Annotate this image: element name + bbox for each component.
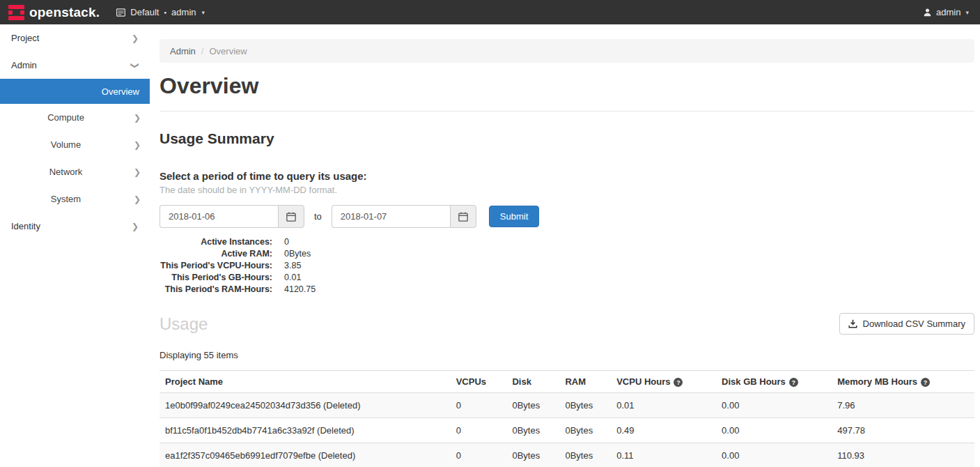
header-row: Project NameVCPUsDiskRAMVCPU Hours?Disk …	[160, 371, 974, 393]
sidebar-item-label: Compute	[47, 112, 84, 123]
sidebar: Project ❯ Admin ❯ Overview Compute ❯ Vol…	[0, 24, 150, 240]
value-cell: 0.11	[611, 443, 716, 467]
date-from-input[interactable]	[160, 205, 278, 228]
sidebar-item-system[interactable]: System ❯	[0, 185, 150, 213]
value-cell: 0Bytes	[506, 393, 559, 418]
sidebar-item-label: System	[51, 194, 81, 204]
breadcrumb-separator: /	[201, 46, 204, 56]
value-cell: 0.01	[611, 393, 716, 418]
sidebar-item-label: Network	[49, 167, 83, 177]
column-label: VCPUs	[456, 376, 486, 387]
submit-button[interactable]: Submit	[489, 206, 539, 227]
value-cell: 0Bytes	[506, 418, 559, 443]
user-name-label: admin	[936, 7, 960, 17]
domain-project-switcher[interactable]: Default ● admin ▾	[116, 7, 205, 17]
help-icon[interactable]: ?	[674, 378, 683, 387]
value-cell: 0	[451, 393, 507, 418]
value-cell: 497.78	[832, 418, 974, 443]
caret-down-icon: ▾	[202, 9, 205, 16]
brand-home-link[interactable]: openstack.	[8, 5, 100, 20]
date-range-form: to Submit	[160, 205, 974, 228]
column-header[interactable]: VCPUs	[451, 371, 507, 393]
value-cell: 0Bytes	[559, 393, 611, 418]
main-content: Admin / Overview Overview Usage Summary …	[160, 24, 974, 467]
sidebar-item-label: Overview	[102, 86, 139, 97]
usage-table-body: 1e0b0f99af0249cea24502034d73d356 (Delete…	[160, 393, 974, 467]
table-row: 1e0b0f99af0249cea24502034d73d356 (Delete…	[160, 393, 974, 418]
usage-summary-heading: Usage Summary	[160, 130, 974, 147]
to-label: to	[314, 211, 322, 222]
openstack-logo-icon	[8, 5, 24, 20]
sidebar-item-label: Identity	[11, 221, 40, 231]
project-name-cell: bf11c5fa0f1b452db4b7741a6c33a92f (Delete…	[160, 418, 451, 443]
stat-value: 0	[284, 236, 289, 248]
date-from-calendar-button[interactable]	[278, 205, 304, 228]
sidebar-item-volume[interactable]: Volume ❯	[0, 131, 150, 158]
chevron-right-icon: ❯	[132, 34, 139, 43]
breadcrumb-admin-link[interactable]: Admin	[170, 46, 196, 56]
help-icon[interactable]: ?	[921, 378, 930, 387]
stat-label: Active RAM:	[160, 248, 272, 260]
date-to-calendar-button[interactable]	[450, 205, 476, 228]
stat-row: This Period's GB-Hours:0.01	[160, 272, 974, 284]
column-header[interactable]: Disk GB Hours?	[716, 371, 832, 393]
items-count: Displaying 55 items	[160, 350, 974, 360]
column-header[interactable]: VCPU Hours?	[611, 371, 716, 393]
usage-table: Project NameVCPUsDiskRAMVCPU Hours?Disk …	[160, 370, 974, 467]
column-label: Disk	[512, 376, 531, 387]
title-divider	[160, 111, 974, 112]
chevron-right-icon: ❯	[134, 114, 141, 122]
top-navbar: openstack. Default ● admin ▾ admin ▾	[0, 0, 980, 24]
page-title: Overview	[160, 73, 974, 99]
value-cell: 0	[451, 443, 507, 467]
chevron-right-icon: ❯	[134, 195, 141, 204]
chevron-right-icon: ❯	[134, 141, 141, 149]
column-label: RAM	[565, 376, 586, 387]
stat-value: 3.85	[284, 260, 301, 272]
usage-table-head: Project NameVCPUsDiskRAMVCPU Hours?Disk …	[160, 371, 974, 393]
date-to-group	[332, 205, 476, 228]
download-icon	[848, 319, 857, 328]
sidebar-item-compute[interactable]: Compute ❯	[0, 104, 150, 131]
sidebar-item-network[interactable]: Network ❯	[0, 158, 150, 185]
sidebar-item-label: Volume	[51, 139, 81, 150]
value-cell: 7.96	[832, 393, 974, 418]
value-cell: 0.49	[611, 418, 716, 443]
column-header[interactable]: Memory MB Hours?	[832, 371, 974, 393]
value-cell: 0Bytes	[559, 443, 611, 467]
column-header[interactable]: RAM	[559, 371, 611, 393]
stat-label: This Period's GB-Hours:	[160, 272, 272, 284]
sidebar-item-overview[interactable]: Overview	[0, 79, 150, 104]
chevron-right-icon: ❯	[134, 168, 141, 176]
project-name-cell: ea1f2f357c09465eb6991edf7079efbe (Delete…	[160, 443, 451, 467]
help-icon[interactable]: ?	[789, 378, 798, 387]
value-cell: 110.93	[832, 443, 974, 467]
date-to-input[interactable]	[332, 205, 450, 228]
value-cell: 0Bytes	[506, 443, 559, 467]
sidebar-item-admin[interactable]: Admin ❯	[0, 52, 150, 79]
stat-value: 4120.75	[284, 284, 316, 296]
stat-row: Active RAM:0Bytes	[160, 248, 974, 260]
chevron-down-icon: ❯	[131, 61, 139, 68]
sidebar-item-identity[interactable]: Identity ❯	[0, 213, 150, 240]
column-header[interactable]: Project Name	[160, 371, 451, 393]
project-name-cell: 1e0b0f99af0249cea24502034d73d356 (Delete…	[160, 393, 451, 418]
usage-heading: Usage	[160, 314, 208, 334]
stat-label: Active Instances:	[160, 236, 272, 248]
sidebar-item-project[interactable]: Project ❯	[0, 24, 150, 52]
user-icon	[923, 8, 932, 17]
stat-row: This Period's VCPU-Hours:3.85	[160, 260, 974, 272]
brand-text: openstack.	[29, 5, 100, 20]
download-csv-button[interactable]: Download CSV Summary	[839, 313, 974, 335]
user-menu[interactable]: admin ▾	[923, 7, 972, 17]
date-format-hint: The date should be in YYYY-MM-DD format.	[160, 185, 974, 195]
column-header[interactable]: Disk	[506, 371, 559, 393]
stat-row: Active Instances:0	[160, 236, 974, 248]
breadcrumb: Admin / Overview	[160, 39, 974, 63]
table-row: bf11c5fa0f1b452db4b7741a6c33a92f (Delete…	[160, 418, 974, 443]
table-row: ea1f2f357c09465eb6991edf7079efbe (Delete…	[160, 443, 974, 467]
stat-row: This Period's RAM-Hours:4120.75	[160, 284, 974, 296]
caret-down-icon: ▾	[965, 9, 969, 16]
download-csv-label: Download CSV Summary	[863, 319, 965, 329]
sidebar-item-label: Project	[11, 33, 39, 43]
